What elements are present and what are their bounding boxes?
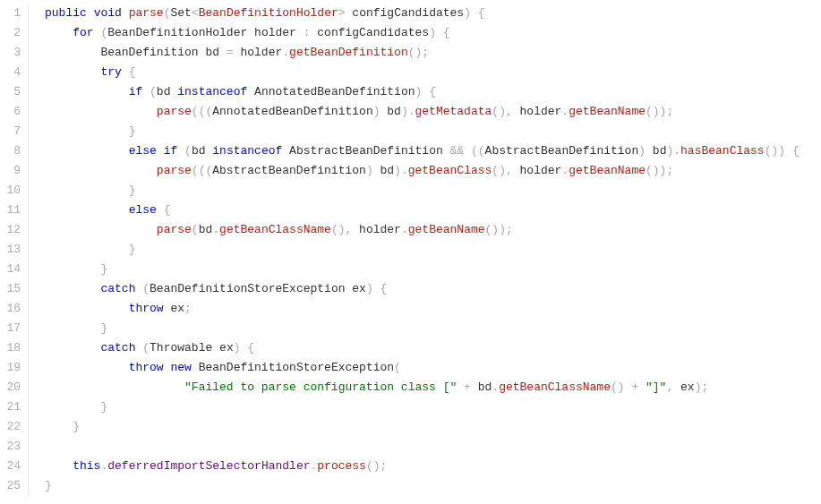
token-punct: {: [429, 85, 436, 98]
code-line[interactable]: if (bd instanceof AnnotatedBeanDefinitio…: [45, 82, 821, 102]
token-ident: [45, 85, 129, 98]
line-number: 5: [0, 82, 29, 102]
token-kw: throw: [129, 361, 164, 374]
token-ident: AbstractBeanDefinition: [485, 144, 639, 158]
line-number: 10: [0, 181, 29, 201]
token-ident: BeanDefinition bd: [45, 46, 227, 59]
token-punct: ();: [366, 459, 387, 473]
code-line[interactable]: }: [45, 260, 821, 279]
code-line[interactable]: for (BeanDefinitionHolder holder : confi…: [45, 23, 821, 43]
code-line[interactable]: parse(bd.getBeanClassName(), holder.getB…: [45, 220, 821, 240]
line-number: 11: [0, 201, 29, 220]
token-punct: ): [638, 144, 646, 158]
line-number: 4: [0, 63, 29, 82]
token-punct: ).: [401, 105, 415, 118]
token-ident: bd: [157, 85, 177, 98]
token-punct: .: [492, 380, 499, 394]
token-ident: [457, 380, 464, 394]
token-punct: ;: [184, 302, 192, 315]
line-number: 12: [0, 220, 29, 240]
token-ident: holder: [513, 105, 562, 118]
token-method: process: [317, 459, 366, 473]
token-kw: if: [164, 144, 178, 158]
code-line[interactable]: this.deferredImportSelectorHandler.proce…: [45, 457, 821, 476]
code-line[interactable]: throw new BeanDefinitionStoreException(: [45, 358, 821, 378]
code-line[interactable]: "Failed to parse configuration class [" …: [45, 378, 821, 397]
token-punct: ): [366, 282, 373, 295]
token-punct: }: [129, 124, 136, 138]
code-line[interactable]: catch (Throwable ex) {: [45, 338, 821, 358]
token-ident: [45, 184, 129, 197]
token-punct: (: [142, 282, 150, 295]
code-line[interactable]: else if (bd instanceof AbstractBeanDefin…: [45, 141, 821, 161]
token-kw: else: [129, 203, 157, 217]
token-ident: BeanDefinitionStoreException: [192, 361, 394, 374]
token-kw: instanceof: [212, 144, 282, 158]
code-line[interactable]: [45, 437, 821, 457]
line-number: 17: [0, 319, 29, 338]
token-ident: [436, 26, 443, 39]
token-method: parse: [157, 223, 192, 236]
code-line[interactable]: }: [45, 476, 821, 496]
token-punct: ());: [646, 105, 673, 118]
token-punct: {: [478, 6, 485, 20]
token-punct: <: [192, 6, 199, 20]
code-line[interactable]: catch (BeanDefinitionStoreException ex) …: [45, 279, 821, 299]
code-line[interactable]: }: [45, 240, 821, 260]
code-line[interactable]: else {: [45, 201, 821, 220]
code-line[interactable]: BeanDefinition bd = holder.getBeanDefini…: [45, 43, 821, 63]
code-line[interactable]: }: [45, 122, 821, 141]
token-kw: instanceof: [177, 85, 247, 98]
token-ident: [464, 144, 471, 158]
token-punct: ): [234, 341, 241, 355]
token-punct: .: [561, 164, 569, 177]
code-area[interactable]: public void parse(Set<BeanDefinitionHold…: [38, 4, 821, 496]
token-ident: [45, 321, 100, 335]
code-line[interactable]: }: [45, 417, 821, 437]
token-ident: [122, 6, 129, 20]
line-number: 19: [0, 358, 29, 378]
line-number: 14: [0, 260, 29, 279]
token-ident: bd: [373, 164, 394, 177]
line-number-gutter: 1234567891011121314151617181920212223242…: [0, 4, 38, 496]
token-punct: (: [142, 341, 150, 355]
token-punct: +: [464, 380, 471, 394]
token-punct: ((: [471, 144, 485, 158]
token-ident: [638, 380, 646, 394]
token-method: hasBeanClass: [680, 144, 765, 158]
token-type: BeanDefinitionHolder: [199, 6, 338, 20]
token-punct: (: [184, 144, 192, 158]
token-str: "Failed to parse configuration class [": [184, 380, 457, 394]
token-method: parse: [157, 105, 192, 118]
token-punct: >: [338, 6, 346, 20]
line-number: 1: [0, 4, 29, 23]
token-ident: [45, 144, 129, 158]
token-ident: [785, 144, 792, 158]
token-punct: (),: [331, 223, 352, 236]
code-line[interactable]: parse(((AbstractBeanDefinition) bd).getB…: [45, 161, 821, 181]
token-punct: ): [429, 26, 436, 39]
token-ident: [45, 164, 157, 177]
token-punct: ): [373, 105, 381, 118]
token-ident: [45, 302, 129, 315]
token-punct: ();: [408, 46, 429, 59]
token-punct: {: [381, 282, 388, 295]
token-punct: {: [792, 144, 800, 158]
code-line[interactable]: public void parse(Set<BeanDefinitionHold…: [45, 4, 821, 23]
token-ident: BeanDefinitionHolder holder: [107, 26, 303, 39]
token-ident: [45, 243, 129, 256]
token-ident: [471, 6, 478, 20]
code-line[interactable]: parse(((AnnotatedBeanDefinition) bd).get…: [45, 102, 821, 122]
token-kw: throw: [129, 302, 164, 315]
line-number: 9: [0, 161, 29, 181]
code-line[interactable]: }: [45, 397, 821, 417]
line-number: 20: [0, 378, 29, 397]
line-number: 25: [0, 476, 29, 496]
code-line[interactable]: }: [45, 319, 821, 338]
token-punct: }: [73, 420, 80, 433]
token-kw: catch: [100, 341, 135, 355]
code-line[interactable]: try {: [45, 63, 821, 82]
token-punct: (): [611, 380, 625, 394]
code-line[interactable]: throw ex;: [45, 299, 821, 319]
code-line[interactable]: }: [45, 181, 821, 201]
